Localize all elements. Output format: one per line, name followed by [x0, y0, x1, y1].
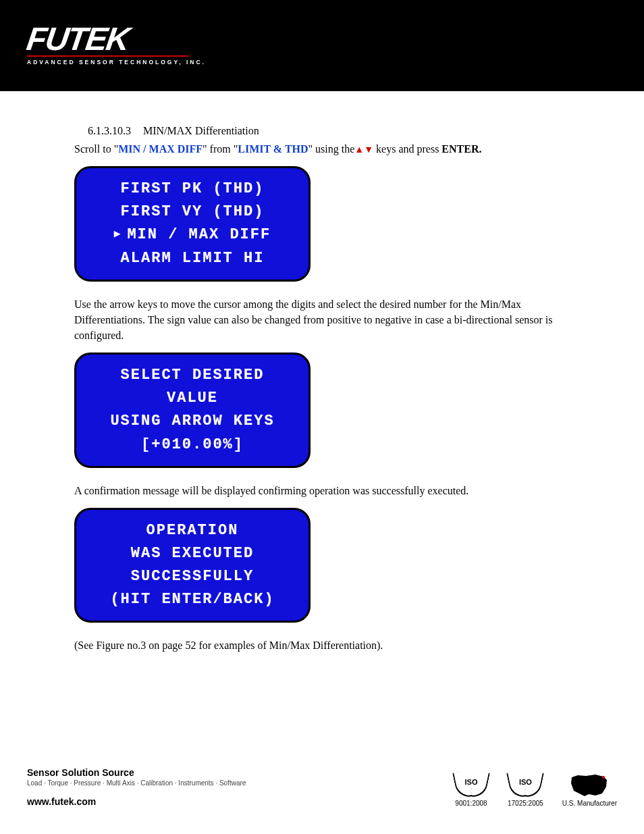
document-body: 6.1.3.10.3 MIN/MAX Differentiation Scrol…: [0, 91, 644, 653]
lcd-screen-value-select: SELECT DESIRED VALUE USING ARROW KEYS [+…: [74, 353, 311, 467]
intro-text-pre: Scroll to ": [74, 143, 118, 155]
lcd-text: FIRST VY (THD): [121, 201, 265, 224]
lcd-text: FIRST PK (THD): [121, 178, 265, 201]
enter-key-label: ENTER.: [441, 143, 481, 155]
lcd-row-selected: ▶MIN / MAX DIFF: [83, 224, 302, 246]
lcd-text: ALARM LIMIT HI: [121, 247, 265, 270]
lcd-text: SELECT DESIRED: [121, 364, 265, 387]
iso-label: ISO: [508, 778, 543, 786]
lcd-row: (HIT ENTER/BACK): [83, 588, 302, 611]
lcd-text: MIN / MAX DIFF: [127, 224, 271, 246]
lcd-text: WAS EXECUTED: [131, 542, 254, 565]
us-manufacturer-badge: U.S. Manufacturer: [562, 773, 617, 807]
lcd-row: WAS EXECUTED: [83, 542, 302, 565]
term-limitthd: LIMIT & THD: [238, 143, 308, 155]
footer-tagline: Sensor Solution Source: [27, 767, 246, 778]
section-heading: 6.1.3.10.3 MIN/MAX Differentiation: [74, 125, 570, 137]
intro-text-post2: keys and press: [373, 143, 441, 155]
footer-url: www.futek.com: [27, 796, 246, 807]
lcd-text: USING ARROW KEYS: [110, 410, 274, 433]
paragraph-4: (See Figure no.3 on page 52 for examples…: [74, 637, 570, 653]
lcd-row: VALUE: [83, 387, 302, 410]
lcd-text: OPERATION: [146, 519, 239, 542]
paragraph-2: Use the arrow keys to move the cursor am…: [74, 296, 570, 344]
lcd-row: FIRST VY (THD): [83, 201, 302, 224]
svg-point-0: [602, 776, 605, 779]
lcd-text: VALUE: [167, 387, 218, 410]
laurel-icon: ISO: [508, 771, 543, 798]
logo-subtitle: ADVANCED SENSOR TECHNOLOGY, INC.: [27, 59, 206, 66]
iso-label: ISO: [454, 778, 489, 786]
paragraph-3: A confirmation message will be displayed…: [74, 483, 570, 498]
intro-text-mid: " from ": [203, 143, 238, 155]
cursor-pointer-icon: ▶: [114, 226, 122, 243]
lcd-text: SUCCESSFULLY: [131, 565, 254, 588]
footer-right: ISO 9001:2008 ISO 17025:2005 U.S. Manufa…: [454, 771, 617, 807]
lcd-row: FIRST PK (THD): [83, 178, 302, 201]
laurel-icon: ISO: [454, 771, 489, 798]
lcd-row: ALARM LIMIT HI: [83, 247, 302, 270]
lcd-row: [+010.00%]: [83, 434, 302, 457]
logo-wordmark: FUTEK: [25, 26, 208, 53]
page-footer: Sensor Solution Source Load · Torque · P…: [0, 767, 644, 807]
lcd-row: USING ARROW KEYS: [83, 410, 302, 433]
intro-paragraph: Scroll to "MIN / MAX DIFF" from "LIMIT &…: [74, 141, 570, 157]
iso-9001-badge: ISO 9001:2008: [454, 771, 489, 807]
lcd-row: SUCCESSFULLY: [83, 565, 302, 588]
down-arrow-icon: ▼: [364, 145, 373, 155]
footer-categories: Load · Torque · Pressure · Multi Axis · …: [27, 779, 246, 787]
iso-17025-badge: ISO 17025:2005: [508, 771, 543, 807]
intro-text-post1: " using the: [308, 143, 355, 155]
lcd-screen-confirmation: OPERATION WAS EXECUTED SUCCESSFULLY (HIT…: [74, 508, 311, 623]
footer-left: Sensor Solution Source Load · Torque · P…: [27, 767, 246, 807]
section-number: 6.1.3.10.3: [88, 125, 131, 137]
lcd-row: SELECT DESIRED: [83, 364, 302, 387]
lcd-text: [+010.00%]: [141, 434, 244, 457]
company-logo: FUTEK ADVANCED SENSOR TECHNOLOGY, INC.: [27, 26, 206, 66]
lcd-row: OPERATION: [83, 519, 302, 542]
us-map-icon: [570, 773, 609, 798]
term-minmaxdiff: MIN / MAX DIFF: [118, 143, 203, 155]
us-manufacturer-text: U.S. Manufacturer: [562, 800, 617, 807]
section-title: MIN/MAX Differentiation: [143, 125, 259, 136]
iso-17025-text: 17025:2005: [508, 800, 543, 807]
page-header: FUTEK ADVANCED SENSOR TECHNOLOGY, INC.: [0, 0, 644, 91]
lcd-text: (HIT ENTER/BACK): [110, 588, 274, 611]
iso-9001-text: 9001:2008: [454, 800, 489, 807]
lcd-screen-menu: FIRST PK (THD) FIRST VY (THD) ▶MIN / MAX…: [74, 166, 311, 281]
up-arrow-icon: ▲: [354, 145, 364, 155]
